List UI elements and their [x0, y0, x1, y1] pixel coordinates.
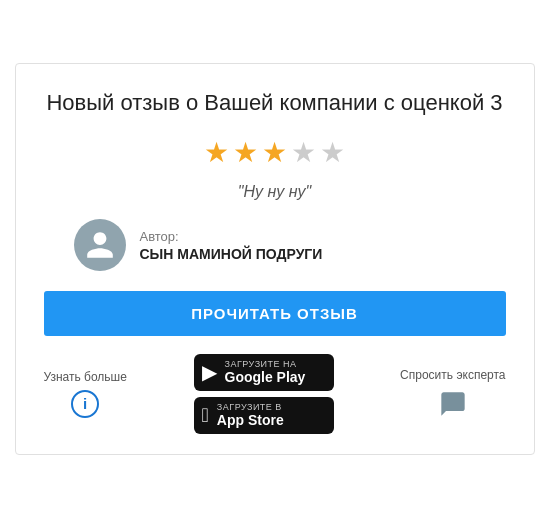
review-quote: "Ну ну ну" — [238, 183, 311, 201]
chat-icon — [439, 390, 467, 418]
chat-button[interactable] — [437, 388, 469, 420]
star-rating: ★ ★ ★ ★ ★ — [204, 136, 345, 169]
star-4: ★ — [291, 136, 316, 169]
google-play-sub: ЗАГРУЗИТЕ НА — [225, 359, 306, 369]
info-button[interactable]: i — [71, 390, 99, 418]
star-1: ★ — [204, 136, 229, 169]
avatar — [74, 219, 126, 271]
author-label: Автор: — [140, 229, 323, 244]
author-row: Автор: СЫН МАМИНОЙ ПОДРУГИ — [44, 219, 323, 271]
star-3: ★ — [262, 136, 287, 169]
app-store-sub: Загрузите в — [217, 402, 284, 412]
author-name: СЫН МАМИНОЙ ПОДРУГИ — [140, 246, 323, 262]
review-card: Новый отзыв о Вашей компании с оценкой 3… — [15, 63, 535, 454]
google-play-icon: ▶ — [202, 362, 217, 382]
ask-expert-section: Спросить эксперта — [400, 368, 505, 420]
learn-more-section: Узнать больше i — [44, 370, 127, 418]
apple-icon:  — [202, 405, 209, 425]
author-info: Автор: СЫН МАМИНОЙ ПОДРУГИ — [140, 229, 323, 262]
card-title: Новый отзыв о Вашей компании с оценкой 3 — [46, 88, 502, 118]
read-review-button[interactable]: ПРОЧИТАТЬ ОТЗЫВ — [44, 291, 506, 336]
google-play-badge[interactable]: ▶ ЗАГРУЗИТЕ НА Google Play — [194, 354, 334, 391]
ask-expert-label: Спросить эксперта — [400, 368, 505, 382]
person-icon — [84, 229, 116, 261]
star-5: ★ — [320, 136, 345, 169]
learn-more-label: Узнать больше — [44, 370, 127, 384]
app-store-name: App Store — [217, 412, 284, 429]
star-2: ★ — [233, 136, 258, 169]
bottom-row: Узнать больше i ▶ ЗАГРУЗИТЕ НА Google Pl… — [44, 354, 506, 434]
app-badges: ▶ ЗАГРУЗИТЕ НА Google Play  Загрузите в… — [194, 354, 334, 434]
google-play-name: Google Play — [225, 369, 306, 386]
app-store-badge[interactable]:  Загрузите в App Store — [194, 397, 334, 434]
